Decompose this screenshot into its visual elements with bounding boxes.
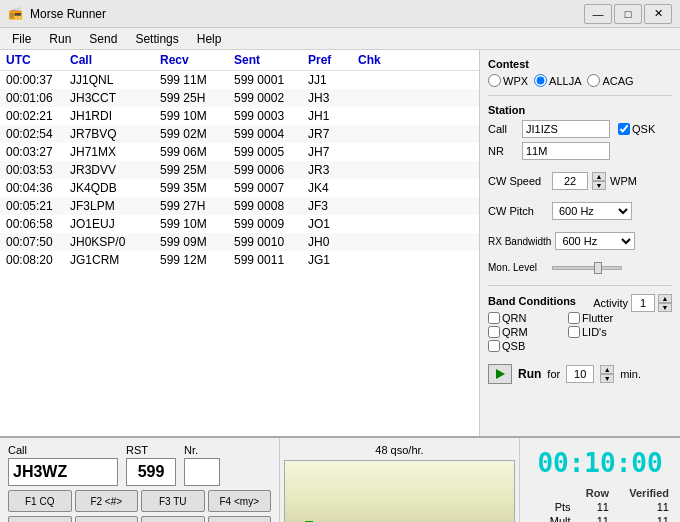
acag-radio-label[interactable]: ACAG: [587, 74, 633, 87]
for-label: for: [547, 368, 560, 380]
table-row: 00:05:21JF3LPM599 27H599 0008JF3: [0, 197, 479, 215]
allja-radio[interactable]: [534, 74, 547, 87]
cell-sent: 599 0009: [232, 216, 306, 232]
main-area: UTC Call Recv Sent Pref Chk 00:00:37JJ1Q…: [0, 50, 680, 436]
pts-label: Pts: [528, 500, 574, 514]
minimize-button[interactable]: —: [584, 4, 612, 24]
cw-speed-spinner: ▲ ▼: [592, 172, 606, 190]
cw-speed-input[interactable]: [552, 172, 588, 190]
cell-chk: [356, 252, 396, 268]
col-pref: Pref: [306, 52, 356, 68]
fkey-row-2: F5 <his> F6 B4 F7 ? F8 NIL: [8, 516, 271, 522]
activity-up[interactable]: ▲: [658, 294, 672, 303]
rst-input[interactable]: [126, 458, 176, 486]
lids-label[interactable]: LID's: [568, 326, 648, 338]
activity-block: Activity ▲ ▼: [593, 294, 672, 312]
wpx-radio[interactable]: [488, 74, 501, 87]
wpx-radio-label[interactable]: WPX: [488, 74, 528, 87]
cell-utc: 00:06:58: [4, 216, 68, 232]
f7-button[interactable]: F7 ?: [141, 516, 205, 522]
run-button[interactable]: [488, 364, 512, 384]
minutes-input[interactable]: [566, 365, 594, 383]
cell-recv: 599 10M: [158, 108, 232, 124]
call-input[interactable]: [8, 458, 118, 486]
cell-pref: JK4: [306, 180, 356, 196]
col-sent: Sent: [232, 52, 306, 68]
f6-button[interactable]: F6 B4: [75, 516, 139, 522]
qsb-label[interactable]: QSB: [488, 340, 568, 352]
title-bar: 📻 Morse Runner — □ ✕: [0, 0, 680, 28]
waterfall-display[interactable]: [284, 460, 515, 522]
minutes-up[interactable]: ▲: [600, 365, 614, 374]
cell-recv: 599 27H: [158, 198, 232, 214]
bottom-area: Call RST Nr. F1 CQ F2 <#> F3 TU F4 <my> …: [0, 436, 680, 522]
table-row: 00:08:20JG1CRM599 12M599 0011JG1: [0, 251, 479, 269]
cell-sent: 599 0011: [232, 252, 306, 268]
col-call: Call: [68, 52, 158, 68]
menu-run[interactable]: Run: [41, 30, 79, 48]
cell-sent: 599 0002: [232, 90, 306, 106]
cw-pitch-select[interactable]: 600 Hz 700 Hz 800 Hz: [552, 202, 632, 220]
f4-button[interactable]: F4 <my>: [208, 490, 272, 512]
app-title: Morse Runner: [30, 7, 106, 21]
cell-pref: JH0: [306, 234, 356, 250]
qrm-label[interactable]: QRM: [488, 326, 568, 338]
acag-radio[interactable]: [587, 74, 600, 87]
activity-input[interactable]: [631, 294, 655, 312]
stats-table: Row Verified Pts 11 11 Mult 11 11 Score …: [528, 486, 672, 522]
input-panel: Call RST Nr. F1 CQ F2 <#> F3 TU F4 <my> …: [0, 438, 280, 522]
cell-chk: [356, 90, 396, 106]
qrn-checkbox[interactable]: [488, 312, 500, 324]
qsb-checkbox[interactable]: [488, 340, 500, 352]
flutter-label[interactable]: Flutter: [568, 312, 648, 324]
menu-file[interactable]: File: [4, 30, 39, 48]
cell-chk: [356, 126, 396, 142]
activity-down[interactable]: ▼: [658, 303, 672, 312]
lids-checkbox[interactable]: [568, 326, 580, 338]
f8-button[interactable]: F8 NIL: [208, 516, 272, 522]
rx-bw-select[interactable]: 600 Hz 400 Hz 800 Hz: [555, 232, 635, 250]
cell-sent: 599 0010: [232, 234, 306, 250]
run-row: Run for ▲ ▼ min.: [488, 364, 672, 384]
col-recv: Recv: [158, 52, 232, 68]
cell-pref: JO1: [306, 216, 356, 232]
qso-rate: 48 qso/hr.: [284, 442, 515, 458]
mult-verified-val: 11: [612, 514, 672, 522]
f1-button[interactable]: F1 CQ: [8, 490, 72, 512]
mon-level-slider-track[interactable]: [552, 266, 622, 270]
call-field-input[interactable]: [522, 120, 610, 138]
nr-field-input[interactable]: [522, 142, 610, 160]
flutter-checkbox[interactable]: [568, 312, 580, 324]
minutes-down[interactable]: ▼: [600, 374, 614, 383]
f2-button[interactable]: F2 <#>: [75, 490, 139, 512]
fkey-row-1: F1 CQ F2 <#> F3 TU F4 <my>: [8, 490, 271, 512]
mult-row-val: 11: [574, 514, 612, 522]
cw-speed-up[interactable]: ▲: [592, 172, 606, 181]
cell-utc: 00:05:21: [4, 198, 68, 214]
band-cond-checkboxes: QRN Flutter QRM LID's QSB: [488, 312, 672, 352]
f3-button[interactable]: F3 TU: [141, 490, 205, 512]
nr-input[interactable]: [184, 458, 220, 486]
stats-col-verified: Verified: [612, 486, 672, 500]
cell-sent: 599 0004: [232, 126, 306, 142]
maximize-button[interactable]: □: [614, 4, 642, 24]
menu-settings[interactable]: Settings: [127, 30, 186, 48]
qrn-label[interactable]: QRN: [488, 312, 568, 324]
qsk-checkbox-label[interactable]: QSK: [618, 123, 655, 135]
qrm-checkbox[interactable]: [488, 326, 500, 338]
close-button[interactable]: ✕: [644, 4, 672, 24]
qsk-checkbox[interactable]: [618, 123, 630, 135]
cw-pitch-label: CW Pitch: [488, 205, 548, 217]
rst-input-label: RST: [126, 444, 176, 456]
table-row: 00:01:06JH3CCT599 25H599 0002JH3: [0, 89, 479, 107]
cw-speed-down[interactable]: ▼: [592, 181, 606, 190]
activity-label: Activity: [593, 297, 628, 309]
window-controls: — □ ✕: [584, 4, 672, 24]
f5-button[interactable]: F5 <his>: [8, 516, 72, 522]
mon-level-slider-thumb[interactable]: [594, 262, 602, 274]
menu-send[interactable]: Send: [81, 30, 125, 48]
cell-call: JK4QDB: [68, 180, 158, 196]
cell-recv: 599 06M: [158, 144, 232, 160]
menu-help[interactable]: Help: [189, 30, 230, 48]
allja-radio-label[interactable]: ALLJA: [534, 74, 581, 87]
